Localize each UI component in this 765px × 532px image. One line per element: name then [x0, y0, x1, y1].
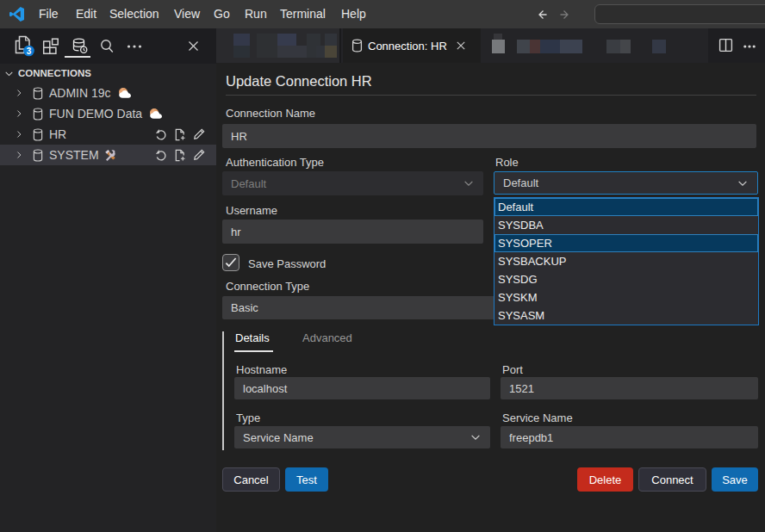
svg-text:3: 3 [27, 46, 32, 55]
